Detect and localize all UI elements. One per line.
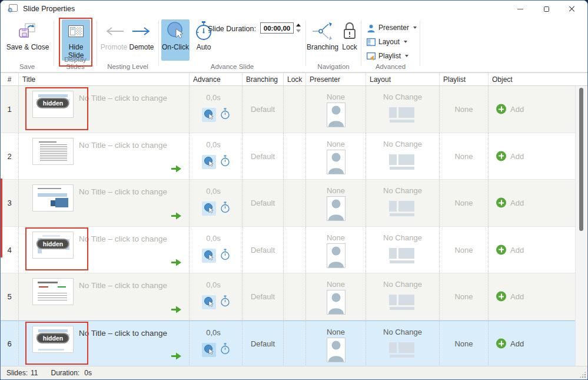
- layout-menu[interactable]: Layout: [367, 36, 418, 48]
- branching-cell[interactable]: Default: [242, 273, 283, 320]
- auto-advance-icon[interactable]: [220, 295, 230, 309]
- branching-button[interactable]: Branching: [307, 19, 338, 61]
- advance-cell[interactable]: 0,0s: [189, 133, 242, 180]
- branching-cell[interactable]: Default: [242, 133, 283, 180]
- column-header-object[interactable]: Object: [488, 73, 587, 85]
- playlist-cell[interactable]: None: [439, 227, 488, 273]
- branching-cell[interactable]: Default: [242, 180, 283, 226]
- add-object-button[interactable]: Add: [496, 292, 524, 302]
- on-click-advance-icon[interactable]: [202, 201, 216, 216]
- slide-thumbnail[interactable]: hidden: [32, 326, 74, 353]
- presenter-cell[interactable]: None: [305, 133, 366, 180]
- on-click-button[interactable]: On-Click: [161, 19, 190, 61]
- playlist-cell[interactable]: None: [439, 133, 488, 180]
- add-object-button[interactable]: Add: [496, 198, 524, 208]
- object-cell[interactable]: Add: [488, 321, 575, 367]
- slide-title[interactable]: No Title – click to change: [79, 329, 167, 338]
- hide-slide-button[interactable]: Hide Slide: [62, 19, 90, 61]
- lock-cell[interactable]: [283, 133, 305, 180]
- vertical-scrollbar[interactable]: [575, 86, 587, 366]
- auto-advance-icon[interactable]: [220, 155, 230, 169]
- column-header-lock[interactable]: Lock: [283, 73, 305, 85]
- add-object-button[interactable]: Add: [496, 104, 524, 114]
- title-cell[interactable]: hidden No Title – click to change: [18, 227, 189, 273]
- on-click-advance-icon[interactable]: [202, 249, 216, 263]
- slide-title[interactable]: No Title – click to change: [79, 141, 167, 150]
- layout-cell[interactable]: No Change: [366, 86, 439, 133]
- table-row[interactable]: 5 No Title – click to change 0,0s: [1, 273, 575, 320]
- slide-title[interactable]: No Title – click to change: [79, 187, 167, 196]
- presenter-cell[interactable]: None: [305, 180, 366, 226]
- scrollbar-thumb[interactable]: [579, 88, 583, 231]
- layout-cell[interactable]: No Change: [366, 273, 439, 320]
- add-object-button[interactable]: Add: [496, 339, 524, 349]
- layout-cell[interactable]: No Change: [366, 133, 439, 180]
- presenter-cell[interactable]: None: [305, 86, 366, 133]
- title-cell[interactable]: No Title – click to change: [18, 180, 189, 226]
- column-header-layout[interactable]: Layout: [366, 73, 439, 85]
- slide-duration-input[interactable]: [260, 22, 294, 34]
- on-click-advance-icon[interactable]: [202, 155, 216, 169]
- advance-cell[interactable]: 0,0s: [189, 321, 242, 367]
- lock-button[interactable]: Lock: [340, 19, 359, 61]
- maximize-button[interactable]: [533, 1, 559, 17]
- advance-cell[interactable]: 0,0s: [189, 180, 242, 226]
- lock-cell[interactable]: [283, 273, 305, 320]
- column-header-playlist[interactable]: Playlist: [439, 73, 488, 85]
- object-cell[interactable]: Add: [488, 133, 575, 180]
- slide-title[interactable]: No Title – click to change: [79, 281, 167, 290]
- table-row[interactable]: 6 hidden No Title – click to change 0,0s: [1, 320, 575, 368]
- playlist-cell[interactable]: None: [439, 180, 488, 226]
- slide-thumbnail[interactable]: [32, 138, 74, 165]
- presenter-cell[interactable]: None: [305, 273, 366, 320]
- object-cell[interactable]: Add: [488, 273, 575, 320]
- on-click-advance-icon[interactable]: [202, 295, 216, 309]
- branching-cell[interactable]: Default: [242, 86, 283, 133]
- column-header-branching[interactable]: Branching: [242, 73, 283, 85]
- title-cell[interactable]: No Title – click to change: [18, 133, 189, 180]
- branching-cell[interactable]: Default: [242, 227, 283, 273]
- column-header-number[interactable]: #: [1, 73, 18, 85]
- save-close-button[interactable]: Save & Close: [5, 19, 50, 61]
- advance-cell[interactable]: 0,0s: [189, 273, 242, 320]
- lock-cell[interactable]: [283, 180, 305, 226]
- layout-cell[interactable]: No Change: [366, 180, 439, 226]
- duration-decrement-icon[interactable]: [296, 29, 301, 32]
- duration-increment-icon[interactable]: [296, 24, 301, 27]
- object-cell[interactable]: Add: [488, 227, 575, 273]
- layout-cell[interactable]: No Change: [366, 321, 439, 367]
- on-click-advance-icon[interactable]: [202, 108, 216, 122]
- lock-cell[interactable]: [283, 321, 305, 367]
- layout-cell[interactable]: No Change: [366, 227, 439, 273]
- add-object-button[interactable]: Add: [496, 151, 524, 161]
- title-bar[interactable]: ⚙ Slide Properties: [1, 1, 587, 17]
- promote-button[interactable]: Promote: [100, 19, 128, 61]
- add-object-button[interactable]: Add: [496, 244, 524, 255]
- title-cell[interactable]: hidden No Title – click to change: [18, 86, 189, 133]
- slide-title[interactable]: No Title – click to change: [79, 94, 167, 103]
- table-row[interactable]: 1 hidden No Title – click to change 0,0s: [1, 86, 575, 133]
- column-header-presenter[interactable]: Presenter: [305, 73, 366, 85]
- demote-button[interactable]: Demote: [128, 19, 155, 61]
- presenter-cell[interactable]: None: [305, 227, 366, 273]
- slide-thumbnail[interactable]: [32, 184, 74, 212]
- title-cell[interactable]: hidden No Title – click to change: [18, 321, 189, 367]
- title-cell[interactable]: No Title – click to change: [18, 273, 189, 320]
- object-cell[interactable]: Add: [488, 180, 575, 226]
- presenter-cell[interactable]: None: [305, 321, 366, 367]
- lock-cell[interactable]: [283, 227, 305, 273]
- auto-advance-icon[interactable]: [220, 108, 230, 122]
- table-row[interactable]: 3 No Title – click to change 0,0s: [1, 180, 575, 227]
- column-header-title[interactable]: Title: [18, 73, 189, 85]
- slide-thumbnail[interactable]: [32, 278, 74, 305]
- auto-advance-icon[interactable]: [220, 201, 230, 216]
- auto-advance-icon[interactable]: [220, 343, 230, 357]
- playlist-cell[interactable]: None: [439, 321, 488, 367]
- table-row[interactable]: 2 No Title – click to change 0,0s: [1, 133, 575, 180]
- presenter-menu[interactable]: Presenter: [367, 22, 418, 34]
- branching-cell[interactable]: Default: [242, 321, 283, 367]
- playlist-cell[interactable]: None: [439, 273, 488, 320]
- column-header-advance[interactable]: Advance: [189, 73, 242, 85]
- advance-cell[interactable]: 0,0s: [189, 227, 242, 273]
- on-click-advance-icon[interactable]: [202, 343, 216, 357]
